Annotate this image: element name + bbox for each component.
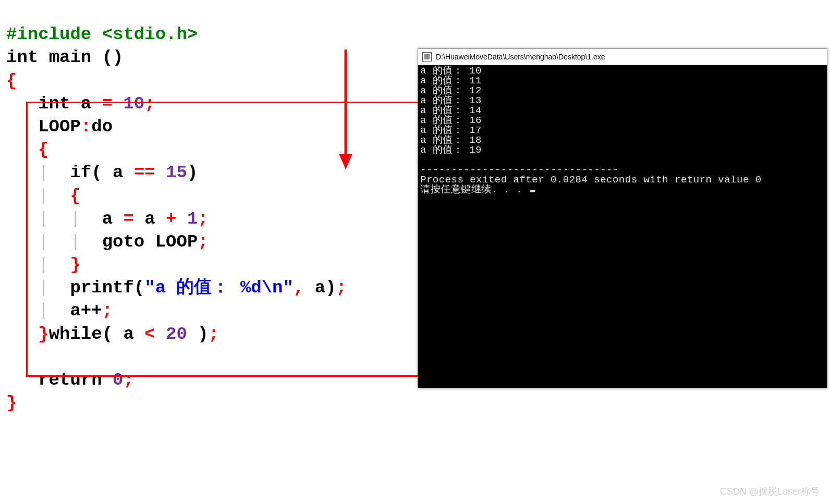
preprocessor-line: #include <stdio.h> (6, 24, 198, 44)
watermark: CSDN @摆脱Loser称号 (720, 485, 820, 498)
limit-value: 20 (166, 324, 187, 344)
console-title-bar[interactable]: D:\HuaweiMoveData\Users\menghao\Desktop\… (418, 49, 827, 65)
while-keyword: while (49, 324, 102, 344)
console-window: D:\HuaweiMoveData\Users\menghao\Desktop\… (418, 48, 827, 388)
open-brace: { (6, 71, 17, 91)
decl-type: int (38, 94, 70, 114)
if-keyword: if (70, 163, 91, 182)
return-keyword: return (38, 370, 102, 390)
code-editor: #include <stdio.h> int main () { int a =… (6, 0, 347, 414)
app-icon (422, 52, 432, 62)
close-brace: } (6, 393, 17, 413)
main-func-name: main (49, 47, 92, 67)
console-title: D:\HuaweiMoveData\Users\menghao\Desktop\… (436, 53, 605, 61)
cursor-icon (530, 190, 535, 192)
init-value: 10 (123, 94, 144, 114)
loop-label: LOOP (38, 117, 81, 137)
do-keyword: do (91, 117, 113, 137)
goto-target: LOOP (155, 232, 198, 252)
cmp-value: 15 (166, 163, 187, 182)
post-increment: a++ (70, 301, 102, 321)
printf-string: "a 的值： %d\n" (144, 278, 294, 298)
decl-var: a (81, 94, 91, 114)
return-type: int (6, 47, 38, 67)
return-value: 0 (113, 370, 123, 390)
goto-keyword: goto (102, 232, 145, 252)
printf-call: printf (70, 278, 133, 298)
console-body[interactable]: a 的值： 10 a 的值： 11 a 的值： 12 a 的值： 13 a 的值… (418, 65, 827, 388)
